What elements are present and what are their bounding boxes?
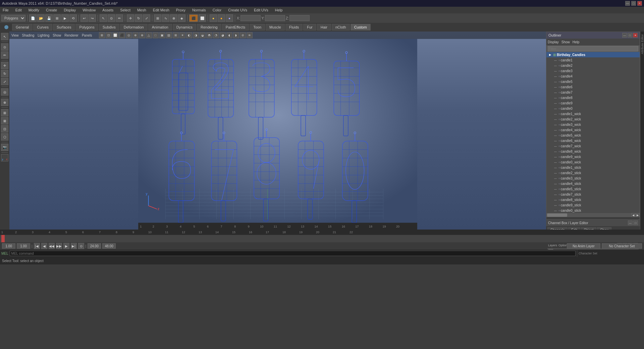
prev-key-btn[interactable]: |◀ (34, 243, 40, 249)
outliner-close[interactable]: ✕ (633, 33, 638, 38)
tree-item-candle5-wick[interactable]: — ○ candle5_wick (546, 133, 640, 138)
vp-btn21[interactable]: ◗ (233, 32, 239, 38)
outliner-menu-show[interactable]: Show (561, 40, 570, 44)
tree-item-candle6-wick[interactable]: — ○ candle6_wick (546, 138, 640, 143)
tree-item-candle3-wick[interactable]: — ○ candle3_wick (546, 122, 640, 127)
vp-menu-lighting[interactable]: Lighting (38, 34, 49, 37)
menu-mesh[interactable]: Mesh (136, 7, 148, 13)
vp-btn6[interactable]: ⊕ (132, 32, 139, 38)
tree-item-candle0-stick[interactable]: — ○ candle0_stick (546, 208, 640, 213)
tree-item-candle6[interactable]: — ○ candle6 (546, 84, 640, 90)
move-mode-btn[interactable]: ✛ (1, 62, 8, 69)
history-btn[interactable]: ⊞ (1, 109, 8, 116)
vp-btn19[interactable]: ◕ (220, 32, 226, 38)
save-scene-btn[interactable]: 💾 (45, 14, 53, 22)
loop-btn[interactable]: ⊙ (78, 243, 84, 249)
menu-display[interactable]: Display (62, 7, 77, 13)
x-coord-input[interactable] (240, 15, 261, 21)
tab-dynamics[interactable]: Dynamics (173, 24, 196, 31)
vp-btn13[interactable]: ☀ (179, 32, 185, 38)
soft-select-btn[interactable]: ◎ (1, 88, 8, 96)
paint-mode-btn[interactable]: ✏ (1, 51, 8, 59)
cb-maximize[interactable]: □ (633, 220, 638, 225)
y-coord-input[interactable] (265, 15, 285, 21)
outliner-menu-display[interactable]: Display (548, 40, 559, 44)
tab-muscle[interactable]: Muscle (266, 24, 285, 31)
tab-deformation[interactable]: Deformation (120, 24, 148, 31)
play-fwd-btn[interactable]: ▶▶ (56, 243, 62, 249)
tree-item-candle8-wick[interactable]: — ○ candle8_wick (546, 149, 640, 154)
move-btn[interactable]: ✛ (127, 14, 134, 22)
vp-menu-view[interactable]: View (11, 34, 19, 37)
open-scene-btn[interactable]: 📂 (37, 14, 45, 22)
home-icon[interactable] (1, 23, 11, 31)
tree-item-birthday-candles[interactable]: ▶ ⊞ Birthday_Candles (546, 52, 640, 57)
tree-item-candle5[interactable]: — ○ candle5 (546, 79, 640, 84)
vp-btn3[interactable]: ⬜ (112, 32, 118, 38)
tree-item-candle8[interactable]: — ○ candle8 (546, 95, 640, 100)
tree-item-candle0-wick[interactable]: — ○ candle0_wick (546, 159, 640, 165)
prev-frame-btn[interactable]: ◀ (41, 243, 47, 249)
vp-btn11[interactable]: ▤ (166, 32, 172, 38)
tab-polygons[interactable]: Polygons (75, 24, 98, 31)
light1[interactable]: ● (210, 14, 217, 22)
menu-edit-uvs[interactable]: Edit UVs (253, 7, 270, 13)
menu-assets[interactable]: Assets (101, 7, 115, 13)
history4-btn[interactable]: ⬡ (1, 133, 8, 141)
snap-curve-btn[interactable]: ∿ (162, 14, 169, 22)
vp-btn20[interactable]: ◖ (226, 32, 232, 38)
snap-view-btn[interactable]: ◈ (178, 14, 185, 22)
toolbar-btn8[interactable]: ↪ (89, 14, 96, 22)
tree-item-candle3[interactable]: — ○ candle3 (546, 68, 640, 73)
camera-btn[interactable]: 📷 (1, 144, 8, 151)
tree-item-candle7[interactable]: — ○ candle7 (546, 90, 640, 95)
vp-btn17[interactable]: ◓ (206, 32, 212, 38)
toolbar-btn4[interactable]: ⊞ (53, 14, 61, 22)
range-start-input[interactable] (17, 243, 30, 249)
tab-general[interactable]: General (12, 24, 33, 31)
render2-btn[interactable]: ⬜ (199, 14, 206, 22)
menu-create-uvs[interactable]: Create UVs (227, 7, 249, 13)
menu-edit-mesh[interactable]: Edit Mesh (152, 7, 171, 13)
vp-btn14[interactable]: ◐ (186, 32, 192, 38)
menu-normals[interactable]: Normals (191, 7, 207, 13)
tab-toon[interactable]: Toon (250, 24, 265, 31)
outliner-maximize[interactable]: □ (628, 33, 632, 38)
menu-create[interactable]: Create (45, 7, 58, 13)
select-mode-btn[interactable]: ↖ (1, 33, 8, 40)
vp-menu-renderer[interactable]: Renderer (64, 34, 78, 37)
menu-edit[interactable]: Edit (14, 7, 23, 13)
outliner-menu-help[interactable]: Help (573, 40, 580, 44)
light2[interactable]: ● (218, 14, 225, 22)
scale-btn[interactable]: ⤢ (143, 14, 150, 22)
tree-item-candle7-wick[interactable]: — ○ candle7_wick (546, 143, 640, 149)
outliner-hscroll[interactable]: ◀ ▶ (546, 213, 640, 217)
vp-btn5[interactable]: ◎ (126, 32, 132, 38)
vp-btn16[interactable]: ◒ (200, 32, 206, 38)
mode-dropdown[interactable]: Polygons (1, 15, 25, 21)
vp-btn12[interactable]: ⊞ (173, 32, 179, 38)
toolbar-btn6[interactable]: ⟲ (69, 14, 77, 22)
next-frame-btn[interactable]: ▶ (63, 243, 69, 249)
tab-fluids[interactable]: Fluids (285, 24, 303, 31)
new-scene-btn[interactable]: 📄 (29, 14, 37, 22)
tree-item-candle4[interactable]: — ○ candle4 (546, 73, 640, 79)
tab-fur[interactable]: Fur (303, 24, 316, 31)
scroll-right-btn[interactable]: ▶ (636, 213, 640, 217)
rotate-btn[interactable]: ↻ (135, 14, 142, 22)
tab-subdivs[interactable]: Subdivs (99, 24, 119, 31)
tree-item-candle9-wick[interactable]: — ○ candle9_wick (546, 154, 640, 159)
menu-select[interactable]: Select (119, 7, 132, 13)
char-set-input[interactable] (602, 243, 642, 249)
render-btn[interactable]: ⬛ (189, 14, 198, 22)
tree-item-candle4-wick[interactable]: — ○ candle4_wick (546, 127, 640, 133)
vp-menu-show[interactable]: Show (53, 34, 61, 37)
menu-file[interactable]: File (1, 7, 10, 13)
tree-item-candle5-stick[interactable]: — ○ candle5_stick (546, 186, 640, 192)
playhead[interactable] (1, 235, 5, 242)
tab-animation[interactable]: Animation (148, 24, 172, 31)
tab-ncloth[interactable]: nCloth (332, 24, 350, 31)
vp-btn10[interactable]: ▣ (159, 32, 165, 38)
tab-custom[interactable]: Custom (351, 24, 371, 31)
lasso-btn[interactable]: ⊙ (108, 14, 115, 22)
